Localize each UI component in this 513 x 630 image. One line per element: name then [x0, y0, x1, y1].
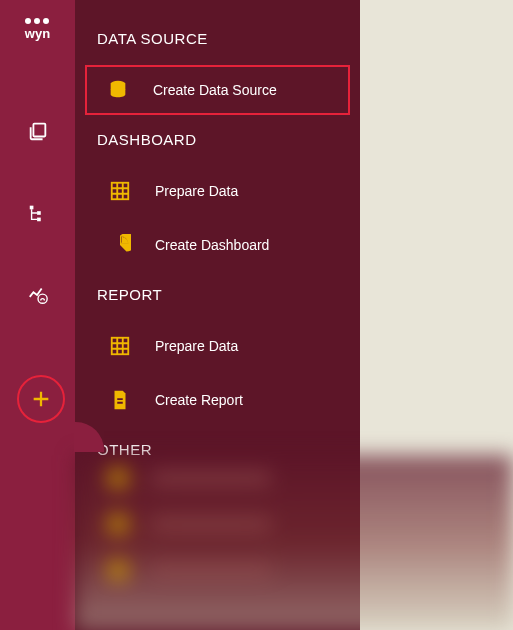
svg-rect-6	[112, 183, 129, 200]
section-header-dashboard: DASHBOARD	[75, 119, 360, 162]
rail-item-chart-alert[interactable]	[0, 260, 75, 330]
menu-item-create-dashboard[interactable]: Create Dashboard	[87, 220, 348, 270]
pie-chart-icon	[109, 234, 131, 256]
chart-alert-icon	[27, 284, 49, 306]
svg-rect-0	[33, 124, 45, 137]
menu-item-label: Prepare Data	[155, 183, 238, 199]
svg-rect-1	[29, 206, 33, 210]
nav-rail: wyn	[0, 0, 75, 630]
add-button[interactable]	[17, 375, 65, 423]
database-icon	[107, 79, 129, 101]
svg-rect-7	[112, 338, 129, 355]
tree-icon	[27, 202, 49, 224]
menu-item-create-data-source[interactable]: Create Data Source	[85, 65, 350, 115]
menu-item-dashboard-prepare-data[interactable]: Prepare Data	[87, 166, 348, 216]
logo: wyn	[25, 18, 50, 41]
grid-icon	[109, 335, 131, 357]
menu-item-label: Create Dashboard	[155, 237, 269, 253]
rail-item-documents[interactable]	[0, 96, 75, 166]
document-icon	[109, 389, 131, 411]
svg-rect-3	[37, 218, 41, 222]
section-header-data-source: DATA SOURCE	[75, 18, 360, 61]
blurred-region	[75, 455, 513, 630]
menu-item-label: Create Report	[155, 392, 243, 408]
menu-item-report-prepare-data[interactable]: Prepare Data	[87, 321, 348, 371]
grid-icon	[109, 180, 131, 202]
section-header-report: REPORT	[75, 274, 360, 317]
documents-icon	[27, 120, 49, 142]
rail-item-tree[interactable]	[0, 178, 75, 248]
menu-item-create-report[interactable]: Create Report	[87, 375, 348, 425]
menu-item-label: Create Data Source	[153, 82, 277, 98]
svg-rect-2	[37, 211, 41, 215]
logo-text: wyn	[25, 26, 50, 41]
menu-item-label: Prepare Data	[155, 338, 238, 354]
